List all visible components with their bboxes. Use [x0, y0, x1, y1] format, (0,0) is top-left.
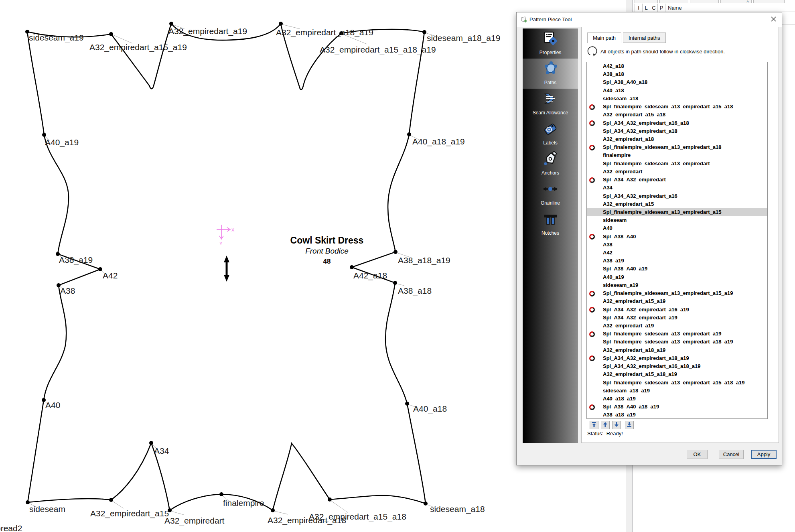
path-item-name: Spl_A38_A40_a19 [603, 266, 647, 272]
anchor-point[interactable] [26, 500, 30, 504]
toolbar-button[interactable] [635, 0, 658, 3]
path-list-item[interactable]: sideseam [587, 216, 767, 224]
sidebar-item-labels[interactable]: Labels [523, 119, 578, 149]
anchor-point[interactable] [328, 497, 332, 502]
point-label: A38_a18 [398, 286, 432, 296]
path-list-item[interactable]: A42 [587, 249, 767, 257]
path-list-item[interactable]: A32_empiredart_a15_a18_a19 [587, 370, 767, 378]
column-header-c[interactable]: C [650, 4, 657, 12]
path-list-item[interactable]: Spl_A34_A32_empiredart_a19 [587, 314, 767, 322]
move-bottom-button[interactable] [625, 421, 634, 429]
anchor-point[interactable] [109, 498, 113, 502]
anchor-point[interactable] [149, 441, 153, 445]
path-list-item[interactable]: Spl_A34_A32_empiredart [587, 176, 767, 184]
column-header-p[interactable]: P [657, 4, 665, 12]
path-list-item[interactable]: A32_empiredart [587, 168, 767, 176]
status-text: Status: Ready! [587, 430, 623, 437]
path-list-item[interactable]: Spl_A34_A32_empiredart_a18_a19 [587, 354, 767, 362]
path-list-item[interactable]: Spl_finalempire_sideseam_a13_empiredart_… [587, 289, 767, 297]
path-item-name: A34 [603, 185, 612, 191]
path-list-item[interactable]: sideseam_a18 [587, 95, 767, 103]
sidebar-item-grainline[interactable]: Grainline [523, 179, 578, 209]
tab-main-path[interactable]: Main path [587, 32, 621, 43]
path-list-item[interactable]: A32_empiredart_a18_a19 [587, 346, 767, 354]
path-list-item[interactable]: A34 [587, 184, 767, 192]
path-list-item[interactable]: Spl_finalempire_sideseam_a13_empiredart_… [587, 208, 767, 216]
point-label: A32_empiredart_a15_a18 [309, 512, 406, 522]
move-up-button[interactable] [601, 421, 610, 429]
path-list-item[interactable]: A40_a18_a19 [587, 395, 767, 403]
path-list-item[interactable]: Spl_finalempire_sideseam_a13_empiredart_… [587, 143, 767, 151]
anchor-point[interactable] [42, 133, 46, 137]
move-down-button[interactable] [612, 421, 621, 429]
path-list-item[interactable]: Spl_A38_A40_a18 [587, 78, 767, 86]
point-label: pread2 [0, 524, 22, 532]
anchor-point[interactable] [109, 32, 113, 36]
anchor-point[interactable] [407, 132, 411, 136]
path-list-item[interactable]: A40 [587, 224, 767, 232]
path-list-item[interactable]: A40_a18 [587, 87, 767, 95]
path-list-item[interactable]: Spl_A34_A32_empiredart_a16_a19 [587, 306, 767, 314]
path-list-item[interactable]: Spl_A34_A32_empiredart_a16 [587, 192, 767, 200]
labels-icon [543, 121, 558, 136]
path-list-item[interactable]: A38_a18_a19 [587, 411, 767, 419]
path-list-item[interactable]: sideseam_a18_a19 [587, 387, 767, 395]
path-list-item[interactable]: A32_empiredart_a15_a19 [587, 297, 767, 305]
grainline-arrow[interactable] [224, 256, 229, 282]
sidebar-item-label: Labels [523, 140, 578, 146]
toolbar-button[interactable] [690, 0, 719, 3]
anchor-point[interactable] [279, 22, 283, 26]
ok-button[interactable]: OK [687, 450, 708, 459]
anchor-point[interactable] [424, 502, 428, 506]
toolbar-button[interactable] [753, 0, 785, 3]
cancel-button[interactable]: Cancel [719, 450, 744, 459]
column-header-i[interactable]: I [635, 4, 642, 12]
sidebar-item-notches[interactable]: Notches [523, 209, 578, 239]
path-list-item[interactable]: A38_a18 [587, 70, 767, 78]
anchor-point[interactable] [169, 22, 173, 26]
anchor-point[interactable] [271, 508, 275, 512]
path-list-item[interactable]: sideseam_a19 [587, 281, 767, 289]
tab-internal-paths[interactable]: Internal paths [623, 32, 666, 43]
toolbar-button[interactable] [659, 0, 688, 3]
close-icon[interactable] [767, 14, 779, 24]
path-list-item[interactable]: A32_empiredart_a15_a18 [587, 111, 767, 119]
main-path-list[interactable]: A42_a18A38_a18Spl_A38_A40_a18A40_a18side… [586, 62, 768, 419]
sidebar-item-paths[interactable]: Paths [523, 59, 578, 89]
scroll-up-icon[interactable]: ^ [744, 0, 752, 5]
path-list-item[interactable]: Spl_A34_A32_empiredart_a16_a18 [587, 119, 767, 127]
path-list-item[interactable]: Spl_A34_A32_empiredart_a18 [587, 127, 767, 135]
path-list-item[interactable]: A40_a19 [587, 273, 767, 281]
path-list-item[interactable]: Spl_finalempire_sideseam_a13_empiredart [587, 160, 767, 168]
path-list-item[interactable]: A38 [587, 241, 767, 249]
anchor-point[interactable] [98, 267, 102, 271]
path-list-item[interactable]: Spl_finalempire_sideseam_a13_empiredart_… [587, 338, 767, 346]
path-list-item[interactable]: Spl_A38_A40 [587, 233, 767, 241]
anchor-point[interactable] [393, 250, 398, 254]
anchor-point[interactable] [393, 281, 397, 285]
dialog-titlebar[interactable]: Pattern Piece Tool [517, 12, 782, 27]
column-header-name[interactable]: Name [665, 4, 713, 12]
path-list-item[interactable]: A42_a18 [587, 62, 767, 70]
path-list-item[interactable]: A32_empiredart_a19 [587, 322, 767, 330]
path-list-item[interactable]: A38_a19 [587, 257, 767, 265]
path-list-item[interactable]: Spl_A38_A40_a19 [587, 265, 767, 273]
sidebar-item-seam-allowance[interactable]: Seam Allowance [523, 89, 578, 119]
apply-button[interactable]: Apply [751, 450, 777, 459]
move-top-button[interactable] [590, 421, 598, 429]
path-list-item[interactable]: Spl_finalempire_sideseam_a13_empiredart_… [587, 103, 767, 111]
anchor-point[interactable] [405, 402, 409, 406]
sidebar-item-anchors[interactable]: Anchors [523, 149, 578, 179]
column-header-l[interactable]: L [642, 4, 650, 12]
anchor-point[interactable] [422, 30, 426, 34]
path-list-item[interactable]: Spl_finalempire_sideseam_a13_empiredart_… [587, 330, 767, 338]
anchor-point[interactable] [219, 492, 223, 496]
path-list-item[interactable]: finalempire [587, 151, 767, 159]
path-list-item[interactable]: Spl_A34_A32_empiredart_a16_a18_a19 [587, 362, 767, 370]
sidebar-item-properties[interactable]: Properties [523, 28, 578, 59]
anchor-point[interactable] [350, 265, 354, 269]
path-list-item[interactable]: A32_empiredart_a15 [587, 200, 767, 208]
path-list-item[interactable]: A32_empiredart_a18 [587, 135, 767, 143]
path-list-item[interactable]: Spl_A38_A40_a18_a19 [587, 403, 767, 411]
path-list-item[interactable]: Spl_finalempire_sideseam_a13_empiredart_… [587, 379, 767, 387]
